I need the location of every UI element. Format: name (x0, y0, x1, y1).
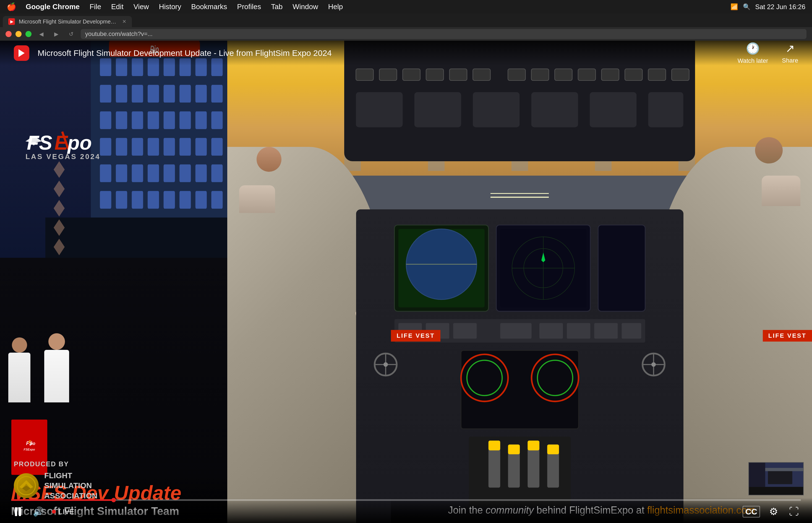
search-icon[interactable]: 🔍 (743, 3, 750, 11)
apple-menu-icon[interactable]: 🍎 (7, 2, 16, 11)
svg-rect-103 (500, 323, 531, 339)
svg-rect-33 (100, 165, 111, 182)
runway-line (491, 193, 549, 194)
svg-rect-34 (116, 165, 127, 182)
menu-app-name[interactable]: Google Chrome (21, 0, 85, 14)
instrument-panel (356, 209, 683, 523)
svg-rect-121 (547, 445, 559, 454)
svg-rect-23 (196, 111, 207, 129)
menu-help[interactable]: Help (323, 0, 348, 14)
fullscreen-icon: ⛶ (789, 506, 799, 518)
life-vest-badge-left: LIFE VEST (391, 330, 440, 342)
browser-tab-active[interactable]: ▶ Microsoft Flight Simulator Development… (3, 16, 132, 27)
video-area[interactable]: Rio (0, 41, 812, 523)
volume-button[interactable]: 🔊 (32, 505, 45, 519)
svg-rect-115 (488, 440, 500, 450)
share-button[interactable]: ↗ Share (782, 42, 798, 64)
pilot-head-right (755, 137, 783, 163)
svg-rect-73 (508, 69, 525, 80)
player-title: Microsoft Flight Simulator Development U… (38, 49, 738, 58)
menu-history[interactable]: History (154, 0, 186, 14)
svg-rect-85 (590, 92, 636, 127)
menu-bookmarks[interactable]: Bookmarks (186, 0, 232, 14)
svg-rect-72 (473, 69, 491, 80)
fsexpo-las-vegas-label: LAS VEGAS 2024 (23, 152, 100, 161)
menu-window[interactable]: Window (288, 0, 323, 14)
menubar-right-icons: 📶 🔍 Sat 22 Jun 16:26 (731, 3, 805, 11)
youtube-logo[interactable] (14, 46, 29, 61)
tab-close-button[interactable]: ✕ (122, 19, 126, 24)
reload-button[interactable]: ↺ (66, 29, 76, 39)
minimize-window-button[interactable] (16, 31, 22, 37)
svg-point-129 (651, 362, 656, 367)
svg-rect-76 (578, 69, 595, 80)
address-bar[interactable]: youtube.com/watch?v=... (81, 29, 807, 39)
svg-text:FS: FS (27, 132, 52, 154)
svg-rect-13 (164, 85, 175, 103)
svg-rect-43 (132, 191, 143, 209)
video-panel-left: Rio (0, 41, 227, 523)
live-dot (52, 510, 56, 513)
svg-rect-21 (164, 111, 175, 129)
fullscreen-button[interactable]: ⛶ (787, 505, 801, 519)
svg-rect-27 (132, 138, 143, 156)
svg-rect-28 (148, 138, 159, 156)
svg-rect-108 (461, 351, 578, 429)
svg-rect-18 (116, 111, 127, 129)
volume-icon: 🔊 (33, 506, 44, 517)
svg-rect-17 (100, 111, 111, 129)
life-vest-badge-right: LIFE VEST (763, 330, 812, 342)
svg-rect-9 (100, 85, 111, 103)
settings-button[interactable]: ⚙ (767, 505, 780, 519)
svg-rect-14 (180, 85, 191, 103)
share-label: Share (782, 57, 798, 64)
pilot-head-left (257, 147, 281, 172)
pause-button[interactable] (11, 505, 25, 519)
pilot-shoulders-right (762, 176, 800, 206)
produced-by-label: PRODUCED BY (14, 460, 97, 468)
svg-rect-81 (356, 92, 403, 127)
menu-file[interactable]: File (85, 0, 106, 14)
svg-text:FSExpo: FSExpo (24, 448, 35, 451)
url-display: youtube.com/watch?v=... (85, 31, 153, 38)
back-button[interactable]: ◀ (36, 29, 47, 39)
svg-marker-56 (54, 161, 65, 178)
svg-rect-106 (594, 323, 617, 339)
menu-view[interactable]: View (129, 0, 154, 14)
tab-title: Microsoft Flight Simulator Development U… (19, 19, 118, 25)
fsa-icon (14, 473, 39, 498)
datetime-display: Sat 22 Jun 16:26 (755, 3, 805, 11)
video-panel-right: LIFE VEST LIFE VEST Join the community b… (227, 41, 812, 523)
svg-rect-16 (211, 85, 223, 103)
fsa-logo-area: PRODUCED BY FLIGHT (14, 460, 97, 501)
forward-button[interactable]: ▶ (51, 29, 61, 39)
captions-button[interactable]: CC (743, 506, 760, 518)
video-thumbnail-preview (749, 462, 804, 495)
video-controls-bar: 🔊 LIVE CC ⚙ ⛶ (0, 498, 812, 523)
svg-rect-35 (132, 165, 143, 182)
svg-rect-42 (116, 191, 127, 209)
progress-bar[interactable] (11, 499, 801, 501)
svg-rect-24 (211, 111, 223, 129)
window-traffic-lights (5, 31, 32, 37)
close-window-button[interactable] (5, 31, 12, 37)
menu-edit[interactable]: Edit (106, 0, 129, 14)
svg-rect-133 (749, 487, 803, 495)
menu-tab[interactable]: Tab (266, 0, 288, 14)
svg-rect-36 (148, 165, 159, 182)
svg-rect-119 (528, 440, 539, 450)
svg-rect-71 (449, 69, 467, 80)
svg-point-125 (384, 362, 388, 367)
watch-later-button[interactable]: 🕐 Watch later (738, 42, 768, 65)
svg-rect-37 (164, 165, 175, 182)
progress-thumb[interactable] (111, 498, 116, 502)
svg-rect-30 (180, 138, 191, 156)
runway-markings (491, 193, 549, 198)
svg-rect-105 (567, 323, 590, 339)
svg-rect-38 (180, 165, 191, 182)
svg-rect-29 (164, 138, 175, 156)
maximize-window-button[interactable] (25, 31, 32, 37)
menu-profiles[interactable]: Profiles (232, 0, 266, 14)
pause-icon (15, 507, 21, 516)
presentation-background: Rio (0, 41, 227, 523)
